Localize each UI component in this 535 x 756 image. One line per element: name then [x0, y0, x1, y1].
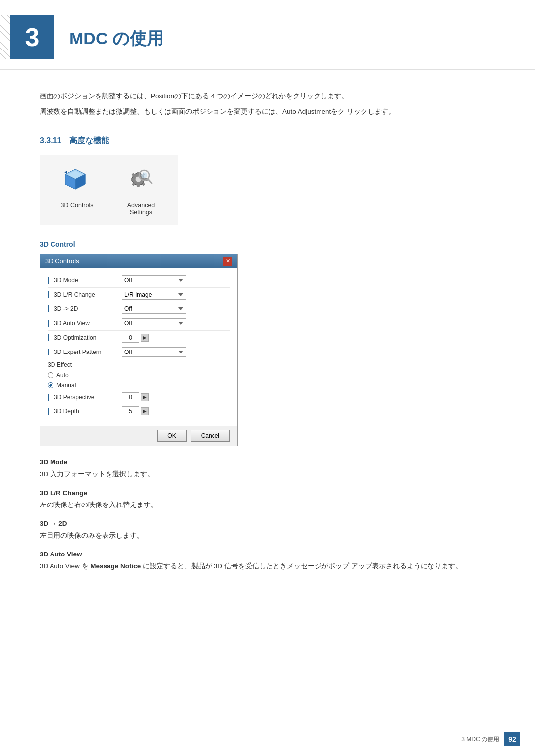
label-3d-2d: 3D -> 2D [48, 305, 122, 312]
dialog-title: 3D Controls [45, 257, 79, 265]
term-lr-change: 3D L/R Change [40, 489, 495, 497]
svg-rect-10 [131, 178, 133, 181]
label-optimization: 3D Optimization [48, 334, 122, 341]
icon-label-3dcontrols: 3D Controls [61, 202, 94, 209]
dialog-titlebar: 3D Controls ✕ [40, 254, 237, 268]
control-auto-view: Off On [122, 318, 230, 328]
svg-rect-9 [137, 184, 140, 187]
3d-controls-icon [60, 164, 94, 198]
svg-point-19 [141, 173, 143, 174]
control-3d-2d: Off On [122, 304, 230, 314]
spinner-depth: 5 ▶ [122, 406, 149, 416]
icon-label-advanced: AdvancedSettings [127, 202, 155, 216]
control-lr-change: L/R Image Off [122, 290, 230, 300]
feature-icon-panel: 3D Controls [40, 155, 178, 225]
label-perspective: 3D Perspective [48, 394, 122, 401]
label-3dmode: 3D Mode [48, 277, 122, 284]
label-depth: 3D Depth [48, 408, 122, 415]
row-bar-opt [48, 334, 49, 341]
dialog-footer: OK Cancel [40, 426, 237, 446]
term-auto-view: 3D Auto View [40, 551, 495, 558]
spinner-persp-arrow[interactable]: ▶ [141, 393, 149, 401]
row-bar-persp [48, 394, 49, 401]
row-bar-3dmode [48, 277, 49, 284]
select-3dmode[interactable]: Off On [122, 275, 186, 285]
desc-lr-change: 左の映像と右の映像を入れ替えます。 [40, 499, 495, 511]
spinner-perspective: 0 ▶ [122, 392, 149, 402]
control-depth: 5 ▶ [122, 406, 230, 416]
intro-line1: 画面のポジションを調整するには、Positionの下にある 4 つのイメージのど… [40, 90, 495, 102]
intro-line2: 周波数を自動調整または微調整、もしくは画面のポジションを変更するには、Auto … [40, 106, 495, 118]
control-3dmode: Off On [122, 275, 230, 285]
spinner-depth-val: 5 [122, 406, 139, 416]
advanced-settings-icon [124, 164, 158, 198]
label-lr-change: 3D L/R Change [48, 291, 122, 298]
svg-marker-5 [64, 171, 67, 174]
dialog-row-optimization: 3D Optimization 0 ▶ [48, 331, 230, 345]
dialog-body: 3D Mode Off On 3D L/R Change L/R Image [40, 268, 237, 426]
radio-circle-manual[interactable] [48, 382, 54, 388]
page-header: 3 MDC の使用 [0, 0, 535, 70]
page-footer: 3 MDC の使用 92 [0, 728, 535, 746]
icon-item-3dcontrols: 3D Controls [50, 164, 104, 216]
dialog-row-perspective: 3D Perspective 0 ▶ [48, 390, 230, 404]
effect-label: 3D Effect [48, 361, 230, 368]
dialog-row-lr-change: 3D L/R Change L/R Image Off [48, 288, 230, 302]
label-expert-pattern: 3D Expert Pattern [48, 349, 122, 355]
radio-label-auto: Auto [56, 372, 69, 379]
dialog-row-auto-view: 3D Auto View Off On [48, 316, 230, 331]
dialog-row-depth: 3D Depth 5 ▶ [48, 404, 230, 418]
term-3dmode: 3D Mode [40, 458, 495, 466]
spinner-optimization: 0 ▶ [122, 333, 149, 343]
dialog-row-3d-2d: 3D -> 2D Off On [48, 302, 230, 316]
spinner-depth-arrow[interactable]: ▶ [141, 407, 149, 415]
control-perspective: 0 ▶ [122, 392, 230, 402]
radio-circle-auto[interactable] [48, 372, 54, 378]
dialog-close-button[interactable]: ✕ [223, 257, 232, 266]
chapter-number: 3 [25, 22, 40, 52]
desc-3d-2d: 左目用の映像のみを表示します。 [40, 530, 495, 542]
section-3311-heading: 3.3.11 高度な機能 [40, 136, 495, 146]
select-expert-pattern[interactable]: Off On [122, 347, 186, 357]
desc-auto-view: 3D Auto View を Message Notice に設定すると、製品が… [40, 560, 495, 572]
chapter-title: MDC の使用 [69, 15, 163, 50]
svg-point-20 [144, 172, 145, 173]
row-bar-3d-2d [48, 305, 49, 312]
spinner-opt-arrow[interactable]: ▶ [141, 334, 149, 342]
row-bar-auto-view [48, 320, 49, 327]
chapter-box: 3 [10, 15, 54, 59]
desc-3dmode: 3D 入力フォーマットを選択します。 [40, 468, 495, 480]
select-lr-change[interactable]: L/R Image Off [122, 290, 186, 300]
row-bar-depth [48, 408, 49, 415]
dialog-row-3dmode: 3D Mode Off On [48, 273, 230, 288]
select-auto-view[interactable]: Off On [122, 318, 186, 328]
dialog-3d-controls: 3D Controls ✕ 3D Mode Off On 3D L/R Ch [40, 254, 238, 446]
radio-manual: Manual [48, 380, 230, 390]
radio-auto: Auto [48, 370, 230, 380]
select-3d-2d[interactable]: Off On [122, 304, 186, 314]
page-number: 92 [504, 732, 520, 746]
dialog-cancel-button[interactable]: Cancel [191, 430, 230, 442]
label-auto-view: 3D Auto View [48, 320, 122, 327]
spinner-opt-val: 0 [122, 333, 139, 343]
control-optimization: 0 ▶ [122, 333, 230, 343]
row-bar-lr [48, 291, 49, 298]
row-bar-exp [48, 349, 49, 355]
effect-section: 3D Effect Auto Manual 3D Perspective [48, 361, 230, 418]
control-expert-pattern: Off On [122, 347, 230, 357]
dialog-row-expert-pattern: 3D Expert Pattern Off On [48, 345, 230, 359]
subheading-3d-control: 3D Control [40, 240, 495, 248]
main-content: 画面のポジションを調整するには、Positionの下にある 4 つのイメージのど… [0, 90, 535, 615]
dialog-ok-button[interactable]: OK [157, 430, 186, 442]
icon-item-advanced: AdvancedSettings [114, 164, 168, 216]
radio-label-manual: Manual [56, 382, 76, 389]
spinner-persp-val: 0 [122, 392, 139, 402]
term-3d-2d: 3D → 2D [40, 520, 495, 527]
footer-text: 3 MDC の使用 [461, 735, 499, 744]
svg-line-18 [148, 179, 152, 183]
